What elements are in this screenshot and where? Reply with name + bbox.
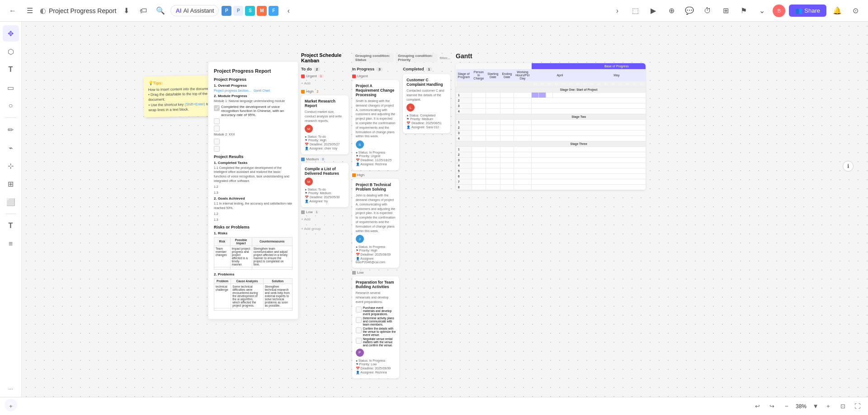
notification-button[interactable]: 🔔 (830, 4, 844, 18)
sidebar-item-shapes[interactable]: ○ (3, 98, 19, 114)
zoom-in-button[interactable]: + (823, 401, 834, 412)
sidebar-item-more[interactable]: ··· (3, 381, 19, 397)
forward-button[interactable]: › (610, 4, 624, 18)
sidebar-item-move[interactable]: ✥ (3, 25, 19, 42)
redo-button[interactable]: ↪ (767, 401, 778, 412)
kanban-col-completed-header: Completed 1 (403, 67, 450, 71)
comment-button[interactable]: 💬 (682, 4, 697, 18)
gantt-s1-r1-hours (514, 93, 532, 98)
fullscreen-button[interactable]: ⛶ (852, 401, 863, 412)
sidebar-item-connector[interactable]: ⊹ (3, 158, 19, 174)
gantt-s3-r7-s (486, 179, 500, 185)
sidebar-item-frame[interactable]: ⬜ (3, 194, 19, 210)
gantt-s3-r1-e (500, 147, 514, 152)
zoom-out-button[interactable]: − (781, 401, 792, 412)
kanban-card-project-b[interactable]: Project B Technical Problem Solving John… (352, 179, 400, 268)
kanban-completed-label: Completed (403, 67, 424, 71)
complaint-deadline: 📅 Deadline: 2025/06/51 (406, 121, 447, 125)
expand-button[interactable]: ⌄ (755, 4, 769, 18)
collapse-button[interactable]: ‹ (281, 4, 296, 18)
download-button[interactable]: ⬇ (119, 4, 133, 18)
flag-button[interactable]: ⚑ (736, 4, 751, 18)
tb-check-input-3[interactable] (356, 327, 362, 333)
sidebar-item-brush[interactable]: ⌁ (3, 140, 19, 156)
project-b-meta: ● Status: In Progress ⚑ Priority: High 📅… (356, 245, 396, 264)
timer-button[interactable]: ⏱ (700, 4, 715, 18)
add-page-button[interactable]: + (5, 401, 16, 412)
condition-status[interactable]: Grouping condition: Status (353, 53, 394, 62)
zoom-dropdown-button[interactable]: ▼ (810, 401, 821, 412)
medium-count: 0 (320, 158, 326, 161)
gantt-s3-r5-p (472, 168, 486, 174)
doc-risks-sub: 1. Risks (214, 231, 292, 235)
gantt-s3-r7-rest (532, 179, 646, 185)
problems-row-2 (214, 308, 292, 310)
info-icon[interactable]: ℹ (843, 161, 854, 172)
project-a-status: ● Status: In Progress (356, 151, 396, 154)
gantt-s1-row-3: 3 (456, 103, 646, 109)
gantt-stage-three-label: Stage Three (456, 141, 646, 147)
search-button[interactable]: 🔍 (153, 4, 168, 18)
tag-button[interactable]: 🏷 (136, 4, 151, 18)
ip-high-dot (352, 173, 356, 177)
project-a-avatar: S (356, 140, 364, 149)
ai-icon: AI (175, 7, 181, 14)
sidebar-item-text2[interactable]: T (3, 218, 19, 234)
condition-filter[interactable]: filter... (439, 56, 450, 60)
gantt-april-1h2: 1H (560, 81, 567, 87)
doc-checkbox-input-4[interactable] (214, 139, 220, 145)
add-card-urgent[interactable]: + Add (301, 80, 349, 87)
gantt-april-4h2: 4H (581, 81, 588, 87)
features-avatar: M (305, 177, 313, 186)
gantt-s3-r2-p (472, 152, 486, 158)
template-button[interactable]: ⬚ (628, 4, 642, 18)
share-button[interactable]: 👥 Share (789, 5, 826, 17)
present-button[interactable]: ⊕ (664, 4, 679, 18)
doc-risks-heading: Risks or Problems (214, 225, 292, 229)
sidebar-item-table[interactable]: ⊞ (3, 176, 19, 192)
add-card-low[interactable]: + Add (301, 216, 349, 223)
doc-link-2[interactable]: Gantt Chart (254, 89, 270, 92)
tb-check-input-1[interactable] (356, 307, 362, 312)
gantt-s2-r1-person (472, 120, 486, 125)
grid-button[interactable]: ⊞ (718, 4, 733, 18)
menu-button[interactable]: ☰ (23, 4, 37, 18)
doc-card: Project Progress Report Project Progress… (208, 61, 298, 319)
fit-button[interactable]: ⊡ (837, 401, 848, 412)
kanban-card-features[interactable]: Compile a List of Delivered Features M ●… (301, 163, 349, 207)
kanban-card-project-a[interactable]: Project A Requirement Change Processing … (352, 80, 400, 170)
gantt-sub-person (472, 81, 486, 87)
undo-button[interactable]: ↩ (752, 401, 763, 412)
gantt-s3-r6-rest (532, 174, 646, 179)
doc-checkbox-input-5[interactable] (214, 146, 220, 152)
play-button[interactable]: ▶ (646, 4, 660, 18)
problems-row-1: technical challenge Some technical diffi… (214, 284, 292, 308)
canvas-area[interactable]: 💡Tips: How to insert content into the do… (22, 22, 868, 415)
condition-priority[interactable]: Grouping condition: Priority (396, 53, 438, 62)
sidebar-item-pen[interactable]: ✏ (3, 121, 19, 138)
sidebar-item-select[interactable]: ⬡ (3, 43, 19, 60)
kanban-card-complaint[interactable]: Customer C Complaint Handling Contacted … (403, 74, 450, 133)
tb-check-input-2[interactable] (356, 317, 362, 323)
add-group-btn[interactable]: + Add group (301, 225, 349, 232)
gantt-s3-r6-p (472, 174, 486, 179)
doc-link-1[interactable]: Project progress Section... (214, 89, 251, 92)
ai-assistant-button[interactable]: AI AI Assistant (170, 5, 219, 16)
inprogress-urgent-label: Urgent (352, 74, 400, 78)
sidebar-item-text[interactable]: T (3, 61, 19, 78)
kanban-card-team-building[interactable]: Preparation for Team Building Activities… (352, 276, 400, 378)
help-button[interactable]: ⊙ (848, 4, 863, 18)
sidebar-item-sticky[interactable]: ▭ (3, 79, 19, 96)
kanban-todo-label: To do (301, 67, 312, 71)
tb-check-input-4[interactable] (356, 338, 362, 344)
gantt-s3-r1-h (514, 147, 532, 152)
problems-cell-1: technical challenge (214, 284, 231, 308)
kanban-card-market-research[interactable]: Market Research Report Conduct market si… (301, 95, 349, 154)
back-button[interactable]: ← (5, 4, 20, 18)
project-b-avatar: J (356, 235, 364, 243)
doc-checkbox-input-1[interactable] (214, 105, 220, 111)
doc-checkbox-input-3[interactable] (214, 126, 220, 131)
problems-cell-6 (263, 308, 292, 310)
sidebar-item-list[interactable]: ≡ (3, 236, 19, 252)
doc-checkbox-input-2[interactable] (214, 118, 220, 124)
